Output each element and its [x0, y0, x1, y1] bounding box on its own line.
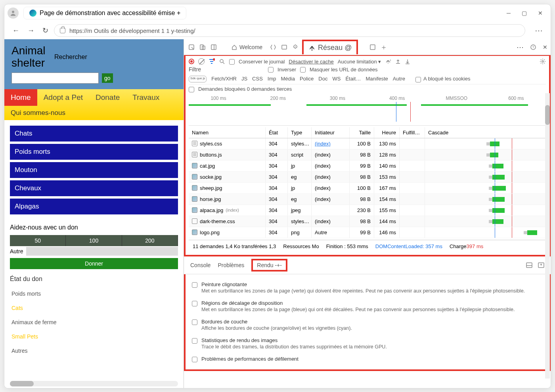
col-initiator[interactable]: Initiateur [312, 127, 350, 138]
tab-sources-icon[interactable] [291, 43, 300, 52]
dock-icon[interactable] [209, 43, 218, 52]
forward-button[interactable]: → [27, 27, 34, 35]
render-option[interactable]: Bordures de coucheAffiche les bordures d… [192, 316, 543, 334]
help-button[interactable]: ? [530, 44, 536, 50]
category-item[interactable]: Mouton [10, 162, 178, 178]
other-amount-input[interactable] [26, 247, 178, 256]
vertical-scrollbar[interactable] [545, 93, 550, 379]
maximize-button[interactable]: ▢ [522, 10, 527, 16]
back-button[interactable]: ← [12, 27, 19, 35]
filter-tab[interactable]: Média [281, 76, 295, 82]
col-fulfilled[interactable]: Fulfill… [400, 127, 425, 138]
all-pill[interactable]: Sdk que js [189, 76, 207, 82]
filter-tab[interactable]: Autre [393, 76, 405, 82]
filter-tab[interactable]: JS [241, 76, 247, 82]
profile-icon[interactable] [8, 8, 19, 19]
nav-item-home[interactable]: Home [4, 89, 37, 106]
search-icon[interactable] [219, 58, 225, 65]
drawer-expand-icon[interactable] [538, 262, 544, 268]
device-toggle-icon[interactable] [198, 43, 207, 52]
col-waterfall[interactable]: Cascade [425, 127, 546, 138]
drawer-tab-console[interactable]: Console [190, 260, 211, 270]
tab-network[interactable]: Réseau @ [302, 40, 358, 54]
render-option[interactable]: Peinture clignotanteMet en surbrillance … [192, 278, 543, 297]
network-row[interactable]: dark-theme.css304styles…(index)98 B144 m… [189, 216, 546, 227]
render-checkbox[interactable] [192, 301, 197, 306]
close-devtools-button[interactable]: ✕ [543, 44, 547, 50]
download-icon[interactable] [405, 59, 410, 64]
filter-tab[interactable]: Doc [318, 76, 327, 82]
col-time[interactable]: Heure [374, 127, 400, 138]
drawer-tab-problems[interactable]: Problèmes [218, 260, 244, 270]
filter-tab[interactable]: Fetch/XHR [211, 76, 237, 82]
minimize-button[interactable]: ─ [507, 10, 511, 16]
network-row[interactable]: horse.jpg304eg(index)98 B154 ms [189, 194, 546, 205]
record-button[interactable] [189, 59, 194, 64]
network-row[interactable]: logo.png304pngAutre99 B146 ms [189, 227, 546, 238]
donate-amount[interactable]: 100 [66, 235, 122, 246]
render-option[interactable]: Problèmes de performances de défilement [192, 353, 543, 365]
render-checkbox[interactable] [192, 357, 197, 362]
status-item[interactable]: Animaux de ferme [10, 315, 178, 329]
tab-app-icon[interactable] [368, 43, 377, 52]
status-item[interactable]: Autres [10, 344, 178, 358]
blocked-cookies-checkbox[interactable] [415, 77, 421, 82]
render-option[interactable]: Statistiques de rendu des imagesTrace le… [192, 334, 543, 353]
nav-item-donate[interactable]: Donate [89, 89, 126, 106]
more-tools-button[interactable]: ⋯ [517, 43, 524, 52]
tab-welcome[interactable]: Welcome [228, 41, 266, 54]
drawer-tab-rendering[interactable]: Rendu -+- [251, 259, 287, 272]
render-checkbox[interactable] [192, 338, 197, 344]
preserve-log-checkbox[interactable] [229, 59, 235, 65]
tab-console-icon[interactable] [280, 43, 289, 52]
network-row[interactable]: buttons.js304script(index)98 B128 ms [189, 149, 546, 161]
status-item[interactable]: Poids morts [10, 287, 178, 301]
horizontal-scrollbar[interactable] [10, 381, 178, 386]
settings-icon[interactable] [540, 58, 546, 65]
category-item[interactable]: Chevaux [10, 180, 178, 196]
browser-tab[interactable]: Page de démonstration avec accessibilité… [23, 7, 186, 19]
render-checkbox[interactable] [192, 282, 197, 288]
filter-toggle-icon[interactable] [209, 58, 215, 65]
col-status[interactable]: État [266, 127, 288, 138]
nav-item-travaux[interactable]: Travaux [126, 89, 166, 106]
render-checkbox[interactable] [192, 319, 197, 325]
filter-tab[interactable]: Était… [345, 76, 361, 82]
qui-sommes-nous[interactable]: Qui sommes-nous [4, 106, 184, 120]
category-item[interactable]: Poids morts [10, 144, 178, 160]
filter-tab[interactable]: WS [332, 76, 341, 82]
invert-checkbox[interactable] [268, 67, 274, 73]
col-size[interactable]: Taille [350, 127, 374, 138]
drawer-dock-icon[interactable] [526, 262, 532, 268]
close-window-button[interactable]: ✕ [538, 10, 543, 16]
donate-amount[interactable]: 200 [122, 235, 178, 246]
upload-icon[interactable] [395, 59, 401, 64]
reload-button[interactable]: ↻ [42, 26, 48, 35]
network-row[interactable]: socke.jpg304eg(index)98 B153 ms [189, 172, 546, 183]
filter-tab[interactable]: Manifeste [366, 76, 388, 82]
clear-button[interactable] [198, 58, 205, 65]
filter-input[interactable]: Filtre [189, 66, 264, 73]
disable-cache-label[interactable]: Désactiver le cache [289, 59, 333, 65]
filter-tab[interactable]: CSS [252, 76, 263, 82]
go-button[interactable]: go [102, 73, 113, 83]
filter-tab[interactable]: Imp [268, 76, 276, 82]
category-item[interactable]: Chats [10, 126, 178, 142]
status-item[interactable]: Cats [10, 301, 178, 315]
donate-button[interactable]: Donner [10, 258, 178, 269]
network-row[interactable]: styles.css304styles…(index)100 B130 ms [189, 138, 546, 149]
network-row[interactable]: sheep.jpg304jp(index)100 B167 ms [189, 183, 546, 194]
search-input[interactable] [11, 73, 99, 84]
filter-tab[interactable]: Police [300, 76, 314, 82]
donate-amount[interactable]: 50 [10, 235, 66, 246]
network-row[interactable]: cat.jpg304jp(index)99 B140 ms [189, 161, 546, 172]
col-type[interactable]: Type [288, 127, 312, 138]
render-option[interactable]: Régions de décalage de dispositionMet en… [192, 297, 543, 316]
network-row[interactable]: alpaca.jpg(index)304jpeg230 B155 ms [189, 205, 546, 216]
nav-item-adopt-a-pet[interactable]: Adopt a Pet [37, 89, 89, 106]
status-item[interactable]: Small Pets [10, 329, 178, 344]
inspect-icon[interactable] [187, 43, 196, 52]
wifi-icon[interactable] [385, 58, 391, 65]
new-tab-button[interactable]: ＋ [379, 43, 388, 52]
blocked-requests-checkbox[interactable] [189, 87, 194, 92]
